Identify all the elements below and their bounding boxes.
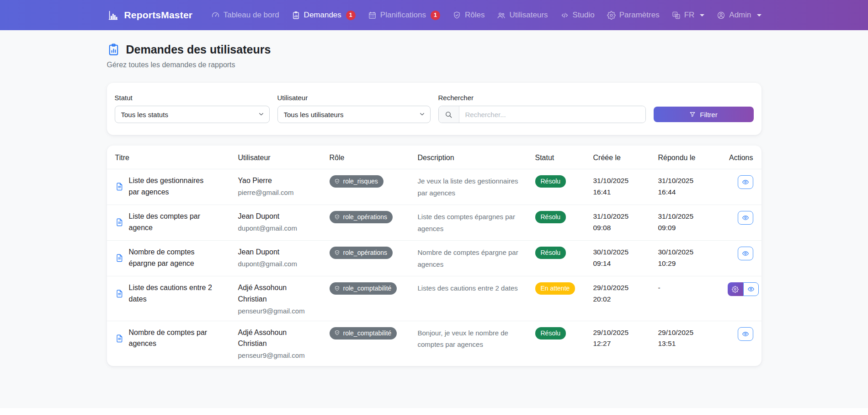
nav-item-planifications[interactable]: Planifications 1 <box>368 11 440 20</box>
table-row: Liste des cautions entre 2 dates Adjé As… <box>107 276 761 321</box>
role-badge: role_comptabilité <box>330 327 397 340</box>
notification-badge: 1 <box>431 11 440 20</box>
answered-time: 16:44 <box>658 187 721 198</box>
status-badge: Résolu <box>535 211 566 223</box>
table-row: Liste des gestionnaires par agences Yao … <box>107 169 761 205</box>
nav-item-utilisateurs[interactable]: Utilisateurs <box>497 11 548 20</box>
user-email: pierre@gmail.com <box>238 189 323 196</box>
gear-icon <box>732 286 739 293</box>
status-filter-label: Statut <box>115 94 270 102</box>
nav-item-studio[interactable]: Studio <box>560 11 595 20</box>
column-header-actions: Actions <box>728 146 761 169</box>
user-label: Admin <box>729 11 751 20</box>
role-badge: role_opérations <box>330 211 393 223</box>
created-date: 31/10/2025 <box>593 211 652 222</box>
funnel-icon <box>689 111 696 118</box>
view-button[interactable] <box>738 175 753 189</box>
user-name: Jean Dupont <box>238 211 302 222</box>
created-date: 31/10/2025 <box>593 175 652 187</box>
nav-label: Paramètres <box>619 11 660 20</box>
view-button[interactable] <box>738 247 753 260</box>
request-description: Liste des comptes épargnes par agences <box>418 211 519 234</box>
people-icon <box>497 11 506 20</box>
status-select[interactable]: Tous les statuts <box>115 106 270 123</box>
view-button[interactable] <box>743 282 759 296</box>
user-name: Jean Dupont <box>238 247 302 258</box>
column-header-repondu-le: Répondu le <box>658 146 728 169</box>
code-slash-icon <box>560 11 569 20</box>
created-time: 12:27 <box>593 338 652 350</box>
created-time: 09:14 <box>593 258 652 269</box>
clipboard-data-icon <box>292 11 300 20</box>
process-button[interactable] <box>728 282 743 296</box>
user-email: penseur9@gmail.com <box>238 351 323 359</box>
role-badge: role_comptabilité <box>330 282 397 295</box>
navbar: ReportsMaster Tableau de bord Demandes 1… <box>0 0 868 30</box>
answered-time: 09:09 <box>658 222 721 234</box>
shield-icon <box>334 214 340 220</box>
nav-label: Studio <box>573 11 595 20</box>
created-time: 20:02 <box>593 294 652 305</box>
translate-icon <box>672 11 681 20</box>
column-header-titre: Titre <box>107 146 238 169</box>
created-date: 29/10/2025 <box>593 327 652 339</box>
answered-time: 10:29 <box>658 258 721 269</box>
column-header-statut: Statut <box>535 146 593 169</box>
filter-button[interactable]: Filtrer <box>654 107 754 122</box>
language-label: FR <box>684 11 695 20</box>
user-email: dupont@gmail.com <box>238 224 323 232</box>
page-header: Demandes des utilisateurs Gérez toutes l… <box>107 30 761 69</box>
bar-chart-logo-icon <box>107 9 119 22</box>
view-button[interactable] <box>738 211 753 225</box>
page-subtitle: Gérez toutes les demandes de rapports <box>107 61 761 69</box>
filter-card: Statut Tous les statuts Utilisateur Tous… <box>107 83 761 135</box>
nav-label: Demandes <box>304 11 341 20</box>
request-title: Liste des cautions entre 2 dates <box>129 282 213 305</box>
brand-name: ReportsMaster <box>124 10 193 21</box>
request-title: Nombre de comptes par agences <box>129 327 213 350</box>
user-select[interactable]: Tous les utilisateurs <box>277 106 431 123</box>
shield-icon <box>334 178 340 184</box>
request-description: Bonjour, je veux le nombre de comptes pa… <box>418 327 519 350</box>
request-description: Listes des cautions entre 2 dates <box>418 282 519 294</box>
user-filter-label: Utilisateur <box>277 94 431 102</box>
view-button[interactable] <box>738 327 753 341</box>
nav-item-parametres[interactable]: Paramètres <box>607 11 660 20</box>
user-dropdown[interactable]: Admin <box>717 11 761 20</box>
status-badge: En attente <box>535 282 575 295</box>
search-label: Rechercher <box>438 94 646 102</box>
nav-label: Rôles <box>465 11 485 20</box>
shield-check-icon <box>453 11 461 20</box>
nav-item-demandes[interactable]: Demandes 1 <box>292 11 356 20</box>
caret-down-icon <box>700 14 704 16</box>
requests-table: Titre Utilisateur Rôle Description Statu… <box>107 146 761 365</box>
nav-label: Utilisateurs <box>509 11 548 20</box>
caret-down-icon <box>757 14 761 16</box>
answered-date: 30/10/2025 <box>658 247 721 258</box>
user-email: penseur9@gmail.com <box>238 307 323 315</box>
user-name: Yao Pierre <box>238 175 302 187</box>
nav-label: Planifications <box>380 11 426 20</box>
role-badge: role_opérations <box>330 247 393 259</box>
request-description: Je veux la liste des gestionnaires par a… <box>418 175 519 199</box>
shield-icon <box>334 286 340 291</box>
footer <box>0 408 868 415</box>
brand[interactable]: ReportsMaster <box>107 9 193 22</box>
document-icon <box>115 334 124 343</box>
language-dropdown[interactable]: FR <box>672 11 705 20</box>
created-time: 09:08 <box>593 222 652 234</box>
nav-label: Tableau de bord <box>224 11 279 20</box>
search-input[interactable] <box>459 106 645 123</box>
user-email: dupont@gmail.com <box>238 260 323 268</box>
document-icon <box>115 182 124 191</box>
document-icon <box>115 253 124 262</box>
created-date: 29/10/2025 <box>593 282 652 294</box>
column-header-description: Description <box>418 146 535 169</box>
shield-icon <box>334 250 340 256</box>
eye-icon <box>742 250 749 257</box>
nav-item-roles[interactable]: Rôles <box>453 11 485 20</box>
nav-item-tableau-de-bord[interactable]: Tableau de bord <box>211 11 279 20</box>
main-content: Demandes des utilisateurs Gérez toutes l… <box>107 30 761 366</box>
user-name: Adjé Assohoun Christian <box>238 327 302 350</box>
eye-icon <box>742 330 749 338</box>
